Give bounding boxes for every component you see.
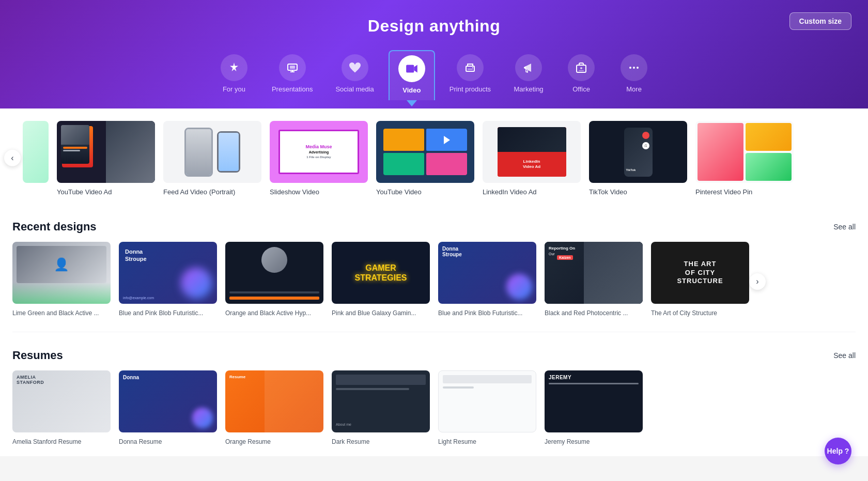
svg-point-11	[629, 67, 631, 69]
resume-card-dark[interactable]: About me Dark Resume	[332, 370, 430, 446]
nav-item-marketing[interactable]: Marketing	[505, 50, 552, 100]
svg-rect-10	[579, 70, 584, 71]
resume-thumb-light	[438, 370, 536, 432]
nav-item-print-products[interactable]: Print products	[441, 50, 499, 100]
nav-item-more[interactable]: More	[611, 50, 657, 100]
design-card-black-red[interactable]: Reporting On Our Kaizen Black and Red Ph…	[545, 242, 643, 317]
resume-card-amelia[interactable]: AMELIASTANFORD Amelia Stanford Resume	[12, 370, 111, 446]
presentations-icon	[279, 54, 306, 81]
blob-decoration	[181, 268, 212, 299]
resume-label-dark: Dark Resume	[332, 438, 369, 445]
svg-point-9	[580, 67, 582, 69]
design-card-orange-black[interactable]: Orange and Black Active Hyp...	[225, 242, 323, 317]
svg-rect-6	[468, 69, 473, 70]
custom-size-button[interactable]: Custom size	[789, 12, 851, 30]
template-card-youtube-video[interactable]: YouTube Video	[376, 121, 474, 196]
video-icon	[398, 55, 425, 82]
resume-label-orange: Orange Resume	[225, 438, 271, 445]
svg-rect-4	[406, 65, 414, 72]
resumes-section: Resumes See all AMELIASTANFORD Amelia St…	[12, 332, 856, 456]
template-thumb-youtube-ad	[57, 121, 155, 183]
design-card-lime-green[interactable]: 👤 Lime Green and Black Active ...	[12, 242, 111, 317]
templates-section: ‹	[12, 108, 856, 206]
design-label-black-red: Black and Red Photocentric ...	[545, 309, 628, 317]
template-card-partial[interactable]	[23, 121, 49, 196]
resume-thumb-donna: Donna	[119, 370, 217, 432]
design-thumb-lime-green: 👤	[12, 242, 111, 304]
template-card-tiktok[interactable]: ♫ TikTok TikTok Video	[589, 121, 687, 196]
nav-icons: For you Presentations Social media	[0, 50, 868, 100]
resume-card-light[interactable]: Light Resume	[438, 370, 536, 446]
resume-card-orange[interactable]: Resume Orange Resume	[225, 370, 323, 446]
art-city-text: THE ARTOF CITYSTRUCTURE	[677, 260, 723, 286]
resume-card-donna[interactable]: Donna Donna Resume	[119, 370, 217, 446]
svg-point-13	[637, 67, 639, 69]
template-card-slideshow[interactable]: Media Muse Advertising 1 File on Display…	[270, 121, 368, 196]
resume-label-jeremy: Jeremy Resume	[545, 438, 590, 445]
marketing-icon	[515, 54, 542, 81]
design-label-blue-pink-1: Blue and Pink Blob Futuristic...	[119, 309, 203, 317]
recent-designs-title: Recent designs	[12, 220, 97, 234]
nav-label-for-you: For you	[223, 85, 245, 93]
template-card-pinterest[interactable]: Pinterest Video Pin	[695, 121, 794, 196]
svg-point-7	[472, 67, 473, 68]
template-thumb-pinterest	[695, 121, 794, 183]
nav-label-marketing: Marketing	[514, 85, 544, 93]
resume-card-jeremy[interactable]: JEREMY Jeremy Resume	[545, 370, 643, 446]
nav-item-office[interactable]: Office	[558, 50, 605, 100]
hero-title: Design anything	[0, 17, 868, 36]
template-thumb-youtube-video	[376, 121, 474, 183]
template-label-youtube-video: YouTube Video	[376, 188, 422, 196]
more-icon	[621, 54, 647, 81]
design-thumb-gamer: GAMERSTRATEGIES	[332, 242, 430, 304]
template-label-pinterest: Pinterest Video Pin	[695, 188, 752, 196]
svg-rect-1	[290, 66, 295, 69]
templates-scroll: YouTube Video Ad Feed Ad Video (Portrait…	[23, 119, 856, 200]
resumes-see-all[interactable]: See all	[833, 351, 856, 360]
nav-item-presentations[interactable]: Presentations	[264, 50, 321, 100]
resume-thumb-jeremy: JEREMY	[545, 370, 643, 432]
svg-point-12	[633, 67, 635, 69]
office-icon	[568, 54, 595, 81]
designs-scroll-right[interactable]: ›	[749, 273, 766, 290]
social-media-icon	[342, 54, 368, 81]
design-label-orange-black: Orange and Black Active Hyp...	[225, 309, 311, 317]
template-card-feed-ad[interactable]: Feed Ad Video (Portrait)	[163, 121, 261, 196]
resumes-grid: AMELIASTANFORD Amelia Stanford Resume Do…	[12, 370, 856, 456]
design-thumb-art-city: THE ARTOF CITYSTRUCTURE	[651, 242, 749, 304]
design-thumb-black-red: Reporting On Our Kaizen	[545, 242, 643, 304]
design-thumb-blue-pink-1: DonnaStroupe info@example.com	[119, 242, 217, 304]
nav-label-presentations: Presentations	[272, 85, 313, 93]
template-label-youtube-ad: YouTube Video Ad	[57, 188, 112, 196]
designs-grid: 👤 Lime Green and Black Active ... DonnaS…	[12, 242, 749, 321]
templates-scroll-left[interactable]: ‹	[4, 150, 21, 166]
design-card-blue-pink-1[interactable]: DonnaStroupe info@example.com Blue and P…	[119, 242, 217, 317]
hero-banner: Design anything Custom size For you	[0, 0, 868, 108]
template-card-linkedin[interactable]: LinkedInVideo Ad LinkedIn Video Ad	[483, 121, 581, 196]
resume-thumb-dark: About me	[332, 370, 430, 432]
nav-item-social-media[interactable]: Social media	[327, 50, 382, 100]
design-thumb-blue-pink-2: DonnaStroupe	[438, 242, 536, 304]
active-indicator	[407, 100, 417, 106]
design-label-blue-pink-2: Blue and Pink Blob Futuristic...	[438, 309, 522, 317]
template-label-linkedin: LinkedIn Video Ad	[483, 188, 537, 196]
nav-item-for-you[interactable]: For you	[211, 50, 257, 100]
resume-label-amelia: Amelia Stanford Resume	[12, 438, 81, 445]
design-label-lime-green: Lime Green and Black Active ...	[12, 309, 99, 317]
recent-designs-row: 👤 Lime Green and Black Active ... DonnaS…	[12, 242, 856, 321]
blue-pink-text: DonnaStroupe	[125, 248, 147, 263]
design-thumb-orange-black	[225, 242, 323, 304]
template-thumb-tiktok: ♫ TikTok	[589, 121, 687, 183]
design-label-art-city: The Art of City Structure	[651, 309, 717, 317]
template-label-feed-ad: Feed Ad Video (Portrait)	[163, 188, 235, 196]
nav-label-print-products: Print products	[450, 85, 491, 93]
nav-label-office: Office	[572, 85, 590, 93]
resume-thumb-amelia: AMELIASTANFORD	[12, 370, 111, 432]
design-card-blue-pink-2[interactable]: DonnaStroupe Blue and Pink Blob Futurist…	[438, 242, 536, 317]
template-card-youtube-ad[interactable]: YouTube Video Ad	[57, 121, 155, 196]
recent-designs-see-all[interactable]: See all	[833, 223, 856, 231]
design-card-gamer[interactable]: GAMERSTRATEGIES Pink and Blue Galaxy Gam…	[332, 242, 430, 317]
nav-item-video[interactable]: Video	[389, 50, 435, 100]
design-card-art-city[interactable]: THE ARTOF CITYSTRUCTURE The Art of City …	[651, 242, 749, 317]
template-thumb-feed-ad	[163, 121, 261, 183]
